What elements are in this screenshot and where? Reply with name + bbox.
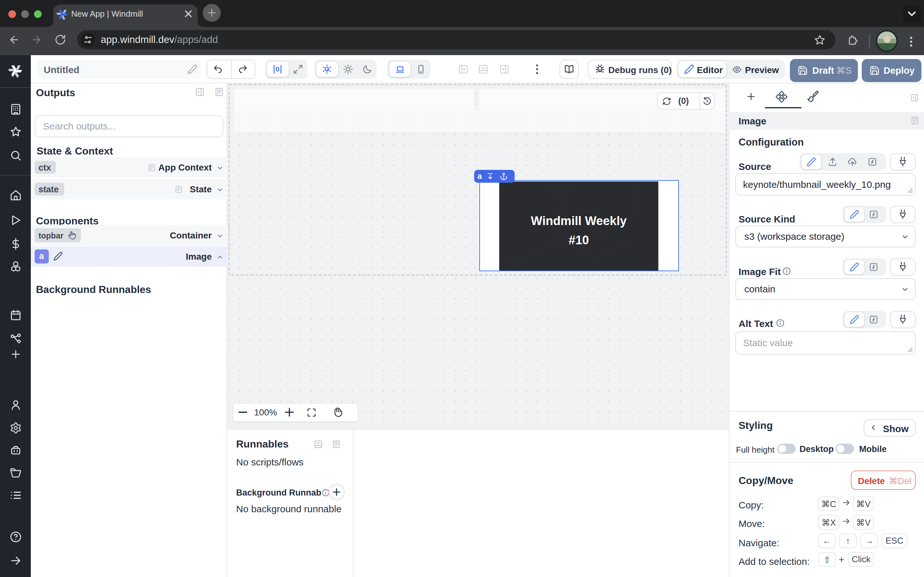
svg-text:Windmill Weekly: Windmill Weekly (531, 214, 627, 227)
svg-text:#10: #10 (569, 233, 589, 247)
